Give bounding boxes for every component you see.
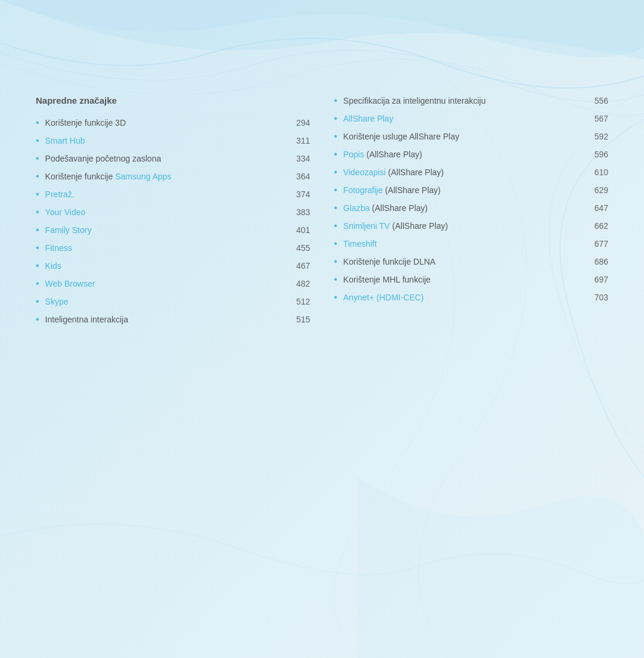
list-item: Web Browser 482 — [36, 278, 310, 289]
page-number: 697 — [587, 275, 608, 284]
list-item: Specifikacija za inteligentnu interakcij… — [334, 95, 608, 106]
item-label[interactable]: AllShare Play — [343, 114, 578, 123]
item-link[interactable]: Samsung Apps — [115, 172, 171, 181]
item-label: Podešavanje početnog zaslona — [45, 154, 280, 163]
list-item: Videozapisi (AllShare Play) 610 — [334, 167, 608, 178]
page-number: 383 — [289, 207, 310, 217]
page-number: 703 — [587, 293, 608, 302]
list-item: Fotografije (AllShare Play) 629 — [334, 185, 608, 195]
item-label: Korištenje MHL funkcije — [343, 275, 578, 284]
page-number: 629 — [587, 185, 608, 195]
list-item: Popis (AllShare Play) 596 — [334, 149, 608, 160]
page-number: 647 — [587, 203, 608, 213]
item-text-after: (AllShare Play) — [364, 150, 422, 159]
item-label[interactable]: Anynet+ (HDMI-CEC) — [343, 293, 578, 302]
page-number: 596 — [587, 150, 608, 159]
item-label[interactable]: Family Story — [45, 225, 280, 235]
item-label: Snimljeni TV (AllShare Play) — [343, 221, 578, 231]
page-number: 455 — [289, 243, 310, 253]
page-number: 677 — [587, 239, 608, 249]
list-item: Anynet+ (HDMI-CEC) 703 — [334, 292, 608, 303]
list-item: Glazba (AllShare Play) 647 — [334, 203, 608, 213]
page-number: 311 — [289, 136, 310, 145]
page-number: 334 — [289, 154, 310, 163]
list-item: Fitness 455 — [36, 243, 310, 253]
item-label[interactable]: Web Browser — [45, 279, 280, 288]
page-number: 610 — [587, 167, 608, 177]
item-label: Popis (AllShare Play) — [343, 150, 578, 159]
item-text-after: (AllShare Play) — [386, 167, 444, 177]
item-link[interactable]: Glazba — [343, 203, 370, 213]
section-title: Napredne značajke — [36, 95, 310, 105]
item-link[interactable]: Videozapisi — [343, 167, 386, 177]
item-label: Korištenje funkcije 3D — [45, 118, 280, 128]
item-label: Videozapisi (AllShare Play) — [343, 167, 578, 177]
item-link[interactable]: Popis — [343, 150, 364, 159]
page-number: 467 — [289, 261, 310, 271]
item-label: Inteligentna interakcija — [45, 315, 280, 324]
item-label: Fotografije (AllShare Play) — [343, 185, 578, 195]
item-label[interactable]: Timeshift — [343, 239, 578, 249]
page-number: 556 — [587, 96, 608, 105]
item-label: Glazba (AllShare Play) — [343, 203, 578, 213]
list-item: Korištenje MHL funkcije 697 — [334, 274, 608, 285]
list-item: Timeshift 677 — [334, 238, 608, 249]
list-item: Korištenje funkcije DLNA 686 — [334, 256, 608, 267]
page-number: 662 — [587, 221, 608, 231]
item-text-after: (AllShare Play) — [390, 221, 448, 231]
item-label[interactable]: Kids — [45, 261, 280, 271]
page-number: 592 — [587, 132, 608, 141]
page-number: 512 — [289, 297, 310, 306]
item-label[interactable]: Smart Hub — [45, 136, 280, 145]
list-item: AllShare Play 567 — [334, 113, 608, 124]
list-item: Inteligentna interakcija 515 — [36, 314, 310, 325]
item-label: Korištenje funkcije DLNA — [343, 257, 578, 266]
list-item: Kids 467 — [36, 260, 310, 271]
page-number: 294 — [289, 118, 310, 128]
item-label: Korištenje usluge AllShare Play — [343, 132, 578, 141]
item-label[interactable]: Fitness — [45, 243, 280, 253]
list-item: Snimljeni TV (AllShare Play) 662 — [334, 221, 608, 231]
list-item: Smart Hub 311 — [36, 135, 310, 146]
right-column: Specifikacija za inteligentnu interakcij… — [334, 95, 608, 332]
page-number: 515 — [289, 315, 310, 324]
page-number: 686 — [587, 257, 608, 266]
list-item: Skype 512 — [36, 296, 310, 307]
item-label: Korištenje funkcije Samsung Apps — [45, 172, 280, 181]
list-item: Family Story 401 — [36, 225, 310, 235]
list-item: Korištenje funkcije 3D 294 — [36, 117, 310, 128]
left-toc-list: Korištenje funkcije 3D 294 Smart Hub 311… — [36, 117, 310, 325]
item-text-before: Korištenje funkcije — [45, 172, 116, 181]
list-item: Podešavanje početnog zaslona 334 — [36, 153, 310, 164]
item-text-after: (AllShare Play) — [370, 203, 428, 213]
right-toc-list: Specifikacija za inteligentnu interakcij… — [334, 95, 608, 303]
item-label[interactable]: Your Video — [45, 207, 280, 217]
list-item: Korištenje funkcije Samsung Apps 364 — [36, 171, 310, 182]
page-number: 401 — [289, 225, 310, 235]
item-link[interactable]: Snimljeni TV — [343, 221, 390, 231]
item-label[interactable]: Pretraž. — [45, 190, 280, 199]
list-item: Pretraž. 374 — [36, 189, 310, 200]
item-label[interactable]: Skype — [45, 297, 280, 306]
item-label: Specifikacija za inteligentnu interakcij… — [343, 96, 578, 105]
page-number: 482 — [289, 279, 310, 288]
list-item: Korištenje usluge AllShare Play 592 — [334, 131, 608, 142]
left-column: Napredne značajke Korištenje funkcije 3D… — [36, 95, 310, 332]
item-link[interactable]: Fotografije — [343, 185, 383, 195]
page-number: 374 — [289, 190, 310, 199]
page-number: 567 — [587, 114, 608, 123]
page-number: 364 — [289, 172, 310, 181]
list-item: Your Video 383 — [36, 207, 310, 218]
item-text-after: (AllShare Play) — [383, 185, 441, 195]
